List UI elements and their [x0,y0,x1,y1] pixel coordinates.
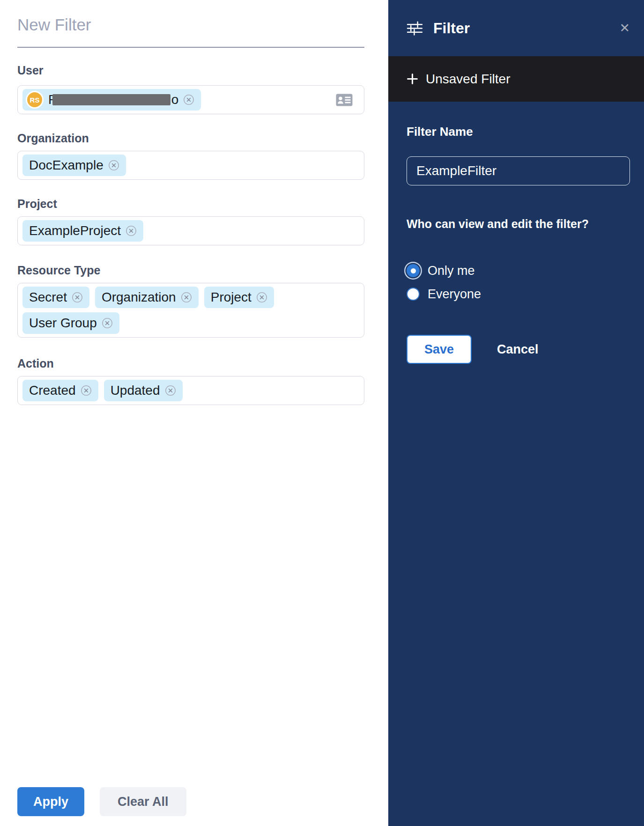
redaction-bar [52,94,170,105]
chip-label: Created [29,383,76,398]
sidebar-actions: Save Cancel [407,335,630,364]
resource-type-chip: Organization [95,287,199,308]
user-field[interactable]: RS Po [17,85,364,114]
organization-field[interactable]: DocExample [17,151,364,180]
resource-type-field-label: Resource Type [17,263,364,277]
remove-updated-chip-icon[interactable] [165,385,176,396]
radio-unselected-icon [407,288,420,301]
remove-organization-type-chip-icon[interactable] [181,292,192,303]
remove-organization-chip-icon[interactable] [108,160,119,171]
remove-secret-chip-icon[interactable] [72,292,83,303]
contact-card-icon[interactable] [336,94,353,106]
remove-created-chip-icon[interactable] [81,385,92,396]
close-icon[interactable]: ✕ [619,22,630,35]
remove-user-group-chip-icon[interactable] [102,317,113,329]
chip-label: Organization [102,290,176,305]
user-name-end: o [171,92,179,107]
user-field-label: User [17,63,364,77]
chip-label: DocExample [29,158,104,173]
remove-project-type-chip-icon[interactable] [256,292,267,303]
radio-only-me[interactable]: Only me [407,259,630,282]
chip-label: Secret [29,290,67,305]
action-chip: Updated [104,380,183,401]
resource-type-chip: Secret [22,287,89,308]
filter-sidebar-body: Filter Name Who can view and edit the fi… [388,102,644,364]
project-field-label: Project [17,197,364,211]
action-field-label: Action [17,356,364,370]
radio-label: Only me [428,264,475,278]
cancel-button[interactable]: Cancel [497,342,539,357]
resource-type-chip: Project [204,287,274,308]
resource-type-field[interactable]: Secret Organization Project User Group [17,283,364,338]
filter-title-input[interactable]: New Filter [17,0,364,35]
chip-label: ExampleProject [29,223,121,238]
avatar: RS [26,91,44,109]
action-field[interactable]: Created Updated [17,376,364,405]
permission-radio-group: Only me Everyone [407,259,630,306]
project-field[interactable]: ExampleProject [17,216,364,245]
clear-all-button[interactable]: Clear All [100,787,186,816]
sidebar-title: Filter [433,20,470,37]
filter-sidebar-header: Filter ✕ [388,0,644,56]
radio-everyone[interactable]: Everyone [407,282,630,306]
filter-sidebar: Filter ✕ Unsaved Filter Filter Name Who … [388,0,644,826]
plus-icon [406,73,419,85]
organization-field-label: Organization [17,131,364,145]
permission-question: Who can view and edit the filter? [407,217,630,231]
sliders-icon [406,20,423,37]
user-chip: RS Po [22,89,201,111]
filter-name-input[interactable] [407,156,630,185]
remove-project-chip-icon[interactable] [126,225,137,236]
unsaved-filter-tab[interactable]: Unsaved Filter [388,56,644,102]
project-chip: ExampleProject [22,220,143,242]
radio-label: Everyone [428,287,481,302]
radio-selected-icon [407,264,420,277]
chip-label: Project [211,290,252,305]
action-chip: Created [22,380,98,401]
filter-name-label: Filter Name [407,125,630,139]
chip-label: User Group [29,316,97,331]
organization-chip: DocExample [22,155,126,176]
unsaved-filter-label: Unsaved Filter [426,72,511,87]
user-name-redacted: Po [48,92,178,107]
filter-editor-panel: New Filter User RS Po Organization DocEx… [0,0,388,826]
resource-type-chip: User Group [22,312,119,334]
title-underline [17,47,364,48]
apply-button[interactable]: Apply [17,787,84,816]
save-button[interactable]: Save [407,335,472,364]
chip-label: Updated [111,383,160,398]
remove-user-chip-icon[interactable] [183,94,194,105]
